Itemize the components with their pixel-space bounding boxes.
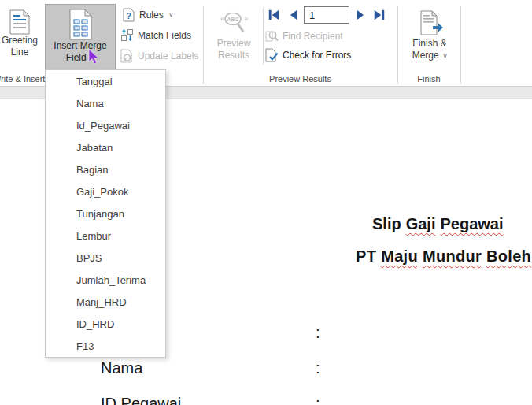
rules-icon: ? [123, 8, 135, 22]
chevron-down-icon: ˅ [169, 11, 173, 19]
svg-text:»: » [244, 14, 249, 23]
greeting-line-button[interactable]: Greeting Line [0, 5, 41, 69]
subtitle-word-misspelled: Maju [381, 247, 418, 266]
match-fields-label: Match Fields [138, 30, 191, 41]
previous-record-button[interactable] [286, 8, 301, 22]
check-for-errors-label: Check for Errors [283, 50, 351, 61]
match-fields-button[interactable]: Match Fields [120, 28, 191, 42]
group-divider [203, 6, 204, 84]
merge-field-item-gaji-pokok[interactable]: Gaji_Pokok [46, 181, 165, 203]
finish-merge-label-2: Merge ˅ [412, 50, 448, 62]
first-record-button[interactable] [267, 8, 281, 22]
mouse-cursor-icon [88, 49, 100, 65]
field-separator: : [316, 395, 320, 405]
finish-and-merge-button[interactable]: Finish & Merge ˅ [403, 5, 456, 69]
field-separator: : [316, 324, 320, 342]
field-label-nama: Nama [101, 359, 142, 377]
rules-button[interactable]: ? Rules ˅ [123, 8, 173, 22]
greeting-line-label-2: Line [11, 46, 29, 58]
document-subtitle: PT Maju Mundur Boleh [356, 247, 531, 266]
greeting-line-label: Greeting [2, 35, 38, 46]
finish-merge-label: Finish & [412, 38, 446, 50]
svg-text:?: ? [126, 11, 131, 20]
merge-field-item-jumlah-terima[interactable]: Jumlah_Terima [46, 269, 165, 292]
preview-results-label-2: Results [218, 50, 249, 61]
insert-merge-field-icon [67, 9, 94, 40]
preview-results-label: Preview [217, 38, 251, 50]
find-recipient-label: Find Recipient [283, 31, 343, 42]
preview-results-button: « » ABC Preview Results [209, 5, 258, 69]
record-number-input[interactable] [304, 6, 349, 24]
rules-label: Rules [139, 9, 164, 20]
merge-field-item-lembur[interactable]: Lembur [46, 225, 165, 247]
find-recipient-button: Find Recipient [265, 29, 343, 43]
group-divider [397, 6, 398, 84]
title-word-misspelled: Gaji [406, 215, 436, 233]
group-divider [460, 6, 461, 84]
merge-field-item-tunjangan[interactable]: Tunjangan [46, 203, 165, 225]
subtitle-word-misspelled: Mundur [423, 247, 482, 266]
field-separator: : [316, 359, 320, 377]
check-for-errors-icon [265, 48, 279, 62]
merge-field-item-f13[interactable]: F13 [46, 336, 165, 358]
insert-merge-field-button[interactable]: Insert Merge Field ˅ [45, 4, 116, 70]
merge-field-item-jabatan[interactable]: Jabatan [46, 137, 165, 159]
section-divider [263, 8, 264, 65]
merge-field-item-nama[interactable]: Nama [46, 93, 165, 115]
svg-text:«: « [220, 14, 225, 23]
update-labels-icon [120, 49, 134, 63]
field-label-id-pegawai: ID Pegawai [101, 395, 181, 405]
title-word-misspelled: Pegawai [440, 215, 503, 233]
finish-merge-icon [416, 8, 444, 38]
preview-results-icon: « » ABC [216, 11, 251, 35]
subtitle-word: PT [356, 247, 376, 266]
subtitle-word-misspelled: Boleh [486, 247, 531, 266]
find-recipient-icon [265, 29, 279, 43]
merge-field-item-tanggal[interactable]: Tanggal [46, 71, 165, 93]
document-title: Slip Gaji Pegawai [372, 215, 504, 233]
match-fields-icon [120, 28, 134, 42]
merge-field-item-manj-hrd[interactable]: Manj_HRD [46, 292, 165, 314]
finish-group-label: Finish [397, 74, 460, 84]
update-labels-label: Update Labels [138, 50, 198, 61]
word-mailings-ribbon-screenshot: Greeting Line Insert Merge Field ˅ [0, 0, 532, 405]
merge-field-item-id-hrd[interactable]: ID_HRD [46, 314, 165, 336]
last-record-button[interactable] [372, 8, 386, 22]
title-word: Slip [372, 215, 401, 233]
svg-text:ABC: ABC [227, 17, 238, 22]
greeting-line-icon [9, 9, 30, 35]
next-record-button[interactable] [353, 8, 368, 22]
merge-field-item-bpjs[interactable]: BPJS [46, 247, 165, 269]
check-for-errors-button[interactable]: Check for Errors [265, 48, 351, 62]
merge-field-item-id-pegawai[interactable]: Id_Pegawai [46, 115, 165, 137]
merge-field-item-bagian[interactable]: Bagian [46, 159, 165, 181]
update-labels-button: Update Labels [120, 49, 198, 63]
insert-merge-field-dropdown: Tanggal Nama Id_Pegawai Jabatan Bagian G… [45, 69, 166, 358]
preview-results-group-label: Preview Results [203, 74, 397, 84]
chevron-down-icon: ˅ [443, 52, 447, 60]
